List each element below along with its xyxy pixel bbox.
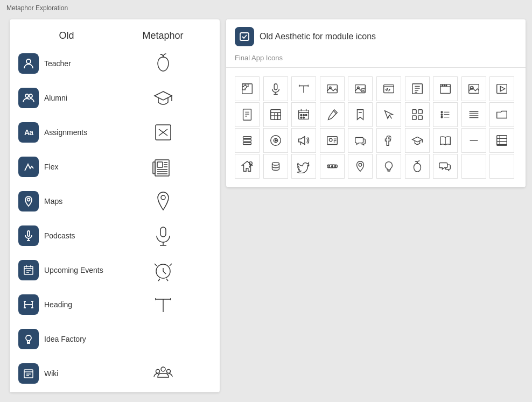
svg-rect-114 <box>412 110 416 114</box>
svg-rect-19 <box>27 231 30 236</box>
right-panel: Old Aesthetic for module icons Final App… <box>226 19 526 187</box>
text-t-metaphor-icon <box>151 293 175 316</box>
svg-line-35 <box>166 279 168 281</box>
svg-rect-93 <box>243 109 251 120</box>
list-item: Idea Factory <box>18 327 211 351</box>
map-pin-metaphor-icon <box>151 189 175 213</box>
icon-table-list[interactable] <box>489 128 514 153</box>
icon-disc[interactable] <box>263 128 288 153</box>
assignments-label: Assignments <box>44 128 87 137</box>
wiki-label: Wiki <box>44 369 58 378</box>
flex-metaphor <box>115 155 211 179</box>
svg-rect-62 <box>242 84 253 94</box>
svg-point-110 <box>303 117 305 118</box>
icon-folder[interactable] <box>489 102 514 127</box>
svg-rect-129 <box>243 139 251 142</box>
svg-rect-16 <box>153 162 155 174</box>
icon-calendar[interactable] <box>291 102 316 127</box>
icon-puzzle[interactable] <box>235 76 260 101</box>
wiki-metaphor <box>115 362 211 385</box>
icon-grad-cap[interactable] <box>405 128 430 153</box>
svg-point-17 <box>27 199 30 201</box>
svg-rect-144 <box>497 136 507 146</box>
svg-point-0 <box>26 59 31 64</box>
flex-label: Flex <box>44 163 58 171</box>
svg-rect-116 <box>412 116 416 119</box>
old-side-flex: Flex <box>18 157 115 177</box>
list-item: Maps <box>18 189 211 214</box>
svg-point-154 <box>331 166 333 167</box>
microphone-metaphor-icon <box>151 224 175 248</box>
old-side-teacher: Teacher <box>18 53 115 74</box>
icon-code[interactable] <box>376 76 401 101</box>
icon-doc-table[interactable] <box>263 102 288 127</box>
icon-align-text[interactable] <box>461 102 486 127</box>
left-panel: Old Metaphor Teacher <box>10 19 220 392</box>
icon-apple[interactable] <box>405 154 430 179</box>
maps-old-icon <box>18 191 39 211</box>
icon-grid[interactable] <box>405 102 430 127</box>
icon-facebook[interactable] <box>376 128 401 153</box>
icon-microphone[interactable] <box>263 76 288 101</box>
icon-book-open[interactable] <box>433 128 458 153</box>
svg-rect-115 <box>418 110 422 114</box>
icon-minus[interactable] <box>461 128 486 153</box>
right-header-icon <box>235 27 254 46</box>
list-item: Wiki <box>18 361 211 386</box>
svg-rect-61 <box>240 33 249 40</box>
svg-point-107 <box>303 115 305 116</box>
icon-coins[interactable] <box>263 154 288 179</box>
icon-selection[interactable] <box>376 102 401 127</box>
group-people-metaphor-icon <box>151 362 175 385</box>
svg-point-109 <box>300 117 302 118</box>
icon-megaphone[interactable] <box>291 128 316 153</box>
icon-person-id[interactable] <box>320 128 345 153</box>
svg-marker-92 <box>501 86 505 91</box>
icon-lightbulb[interactable] <box>376 154 401 179</box>
svg-point-150 <box>272 163 279 166</box>
wiki-old-icon <box>18 363 39 384</box>
old-side-alumni: Alumni <box>18 88 115 108</box>
icon-doc-lines[interactable] <box>235 102 260 127</box>
svg-point-2 <box>29 94 32 97</box>
app-title: Metaphor Exploration <box>6 4 68 12</box>
upcoming-events-label: Upcoming Events <box>44 266 103 274</box>
icon-text-t[interactable] <box>291 76 316 101</box>
icon-edit[interactable] <box>320 102 345 127</box>
svg-point-18 <box>161 195 165 200</box>
apple-metaphor-icon <box>151 52 175 75</box>
icon-image[interactable] <box>320 76 345 101</box>
icon-image-badge[interactable] <box>348 76 373 101</box>
icon-list-bullets[interactable] <box>433 102 458 127</box>
assignments-old-icon: Aa <box>18 122 39 143</box>
teacher-old-icon <box>18 53 39 74</box>
icon-stack[interactable] <box>235 128 260 153</box>
svg-line-34 <box>158 279 160 281</box>
svg-marker-3 <box>155 91 172 100</box>
svg-marker-140 <box>412 137 422 142</box>
icon-play[interactable] <box>489 76 514 101</box>
podcasts-metaphor <box>115 224 211 248</box>
svg-point-122 <box>441 116 443 118</box>
icon-house-pin[interactable] <box>235 154 260 179</box>
svg-line-113 <box>389 115 392 119</box>
icon-band-aid[interactable] <box>320 154 345 179</box>
icon-location-pin[interactable] <box>348 154 373 179</box>
icon-twitter[interactable] <box>291 154 316 179</box>
list-item: Flex <box>18 154 211 179</box>
svg-rect-128 <box>243 137 251 139</box>
icon-browser[interactable] <box>433 76 458 101</box>
svg-point-106 <box>300 115 302 116</box>
right-panel-title: Old Aesthetic for module icons <box>260 32 376 41</box>
svg-rect-97 <box>270 110 281 120</box>
icon-speech-overlap[interactable] <box>348 128 373 153</box>
icon-chat-bubbles[interactable] <box>433 154 458 179</box>
newspaper-metaphor-icon <box>151 155 175 179</box>
icon-list[interactable] <box>405 76 430 101</box>
icon-landscape[interactable] <box>461 76 486 101</box>
svg-line-33 <box>163 271 166 274</box>
icon-bookmark[interactable] <box>348 102 373 127</box>
icon-empty-2 <box>489 154 514 179</box>
svg-point-108 <box>305 115 307 116</box>
old-side-assignments: Aa Assignments <box>18 122 115 143</box>
